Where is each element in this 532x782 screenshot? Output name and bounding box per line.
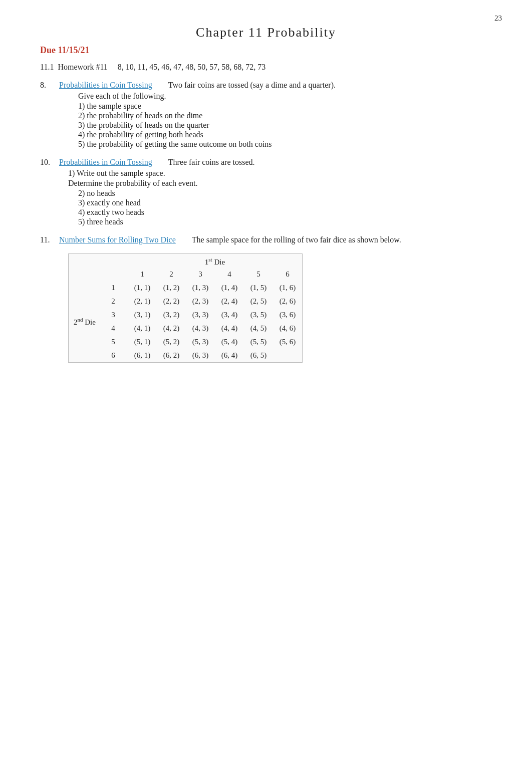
row5-cell4: (5, 4): [215, 335, 244, 349]
row6-num: 6: [99, 349, 128, 362]
row4-cell4: (4, 4): [215, 322, 244, 335]
homework-numbers: 8, 10, 11, 45, 46, 47, 48, 50, 57, 58, 6…: [118, 63, 265, 72]
problem-8-item-5: 5) the probability of getting the same o…: [78, 140, 492, 149]
second-die-label: 2nd Die: [74, 318, 96, 326]
dice-row-2: 2 (2, 1) (2, 2) (2, 3) (2, 4) (2, 5) (2,…: [69, 295, 302, 308]
homework-section: 11.1: [40, 63, 54, 72]
col-header-6: 6: [273, 268, 302, 281]
problem-8-link[interactable]: Probabilities in Coin Tossing: [59, 81, 152, 90]
row5-cell6: (5, 6): [273, 335, 302, 349]
problem-10-list: 2) no heads 3) exactly one head 4) exact…: [78, 189, 492, 226]
problem-11: 11. Number Sums for Rolling Two Dice The…: [40, 235, 492, 365]
row1-cell3: (1, 3): [186, 281, 215, 295]
problem-8-item-4: 4) the probability of getting both heads: [78, 130, 492, 139]
row5-cell1: (5, 1): [128, 335, 157, 349]
col-header-2: 2: [157, 268, 186, 281]
problem-8-num: 8.: [40, 81, 59, 90]
problem-8-desc: Two fair coins are tossed (say a dime an…: [168, 81, 336, 90]
dice-row-5: 5 (5, 1) (5, 2) (5, 3) (5, 4) (5, 5) (5,…: [69, 335, 302, 349]
row5-cell3: (5, 3): [186, 335, 215, 349]
row4-cell2: (4, 2): [157, 322, 186, 335]
chapter-title: Chapter 11 Probability: [40, 25, 492, 40]
row6-cell1: (6, 1): [128, 349, 157, 362]
row5-cell5: (5, 5): [244, 335, 273, 349]
row4-cell6: (4, 6): [273, 322, 302, 335]
col-header-5: 5: [244, 268, 273, 281]
dice-row-3: 3 (3, 1) (3, 2) (3, 3) (3, 4) (3, 5) (3,…: [69, 308, 302, 322]
problem-11-link[interactable]: Number Sums for Rolling Two Dice: [59, 235, 176, 244]
problem-10-subtext1: 1) Write out the sample space.: [68, 169, 492, 178]
row1-num: 1: [99, 281, 128, 295]
problem-11-num: 11.: [40, 235, 59, 244]
row2-cell1: (2, 1): [128, 295, 157, 308]
row3-cell3: (3, 3): [186, 308, 215, 322]
row1-cell5: (1, 5): [244, 281, 273, 295]
dice-table-wrapper: 1st Die 1 2 3 4 5 6 2nd Die: [68, 253, 303, 363]
problem-8-item-1: 1) the sample space: [78, 102, 492, 111]
row4-num: 4: [99, 322, 128, 335]
problem-10-subtext2: Determine the probability of each event.: [68, 179, 492, 188]
row1-cell4: (1, 4): [215, 281, 244, 295]
problem-8-item-3: 3) the probability of heads on the quart…: [78, 121, 492, 130]
problem-10-item-4: 5) three heads: [78, 217, 492, 226]
row4-cell3: (4, 3): [186, 322, 215, 335]
homework-line: 11.1 Homework #11 8, 10, 11, 45, 46, 47,…: [40, 63, 492, 72]
row3-num: 3: [99, 308, 128, 322]
row3-cell2: (3, 2): [157, 308, 186, 322]
row5-num: 5: [99, 335, 128, 349]
problem-8-list: 1) the sample space 2) the probability o…: [78, 102, 492, 149]
col-header-4: 4: [215, 268, 244, 281]
row3-cell6: (3, 6): [273, 308, 302, 322]
first-die-header-row: 1st Die: [69, 254, 302, 268]
col-header-3: 3: [186, 268, 215, 281]
first-die-label: 1st Die: [205, 258, 225, 266]
row6-cell6: [273, 349, 302, 362]
row6-cell3: (6, 3): [186, 349, 215, 362]
dice-row-1: 2nd Die 1 (1, 1) (1, 2) (1, 3) (1, 4) (1…: [69, 281, 302, 295]
row3-cell1: (3, 1): [128, 308, 157, 322]
row2-cell2: (2, 2): [157, 295, 186, 308]
dice-table: 1st Die 1 2 3 4 5 6 2nd Die: [69, 254, 302, 362]
row2-cell4: (2, 4): [215, 295, 244, 308]
row1-cell6: (1, 6): [273, 281, 302, 295]
row6-cell4: (6, 4): [215, 349, 244, 362]
row2-cell6: (2, 6): [273, 295, 302, 308]
col-header-1: 1: [128, 268, 157, 281]
row4-cell1: (4, 1): [128, 322, 157, 335]
problem-10: 10. Probabilities in Coin Tossing Three …: [40, 158, 492, 226]
due-date: Due 11/15/21: [40, 45, 492, 56]
problem-8-desc2: Give each of the following.: [78, 92, 492, 101]
row6-cell2: (6, 2): [157, 349, 186, 362]
col-header-row: 1 2 3 4 5 6: [69, 268, 302, 281]
row3-cell4: (3, 4): [215, 308, 244, 322]
row4-cell5: (4, 5): [244, 322, 273, 335]
problem-10-desc: Three fair coins are tossed.: [168, 158, 255, 167]
problem-11-desc: The sample space for the rolling of two …: [192, 235, 401, 244]
problem-10-item-1: 2) no heads: [78, 189, 492, 198]
dice-row-6: 6 (6, 1) (6, 2) (6, 3) (6, 4) (6, 5): [69, 349, 302, 362]
homework-label: Homework #11: [58, 63, 107, 72]
row2-cell5: (2, 5): [244, 295, 273, 308]
problem-10-num: 10.: [40, 158, 59, 167]
page-number: 23: [494, 14, 502, 23]
row2-num: 2: [99, 295, 128, 308]
problem-8-item-2: 2) the probability of heads on the dime: [78, 111, 492, 120]
row5-cell2: (5, 2): [157, 335, 186, 349]
problem-10-item-3: 4) exactly two heads: [78, 208, 492, 217]
row3-cell5: (3, 5): [244, 308, 273, 322]
problem-8: 8. Probabilities in Coin Tossing Two fai…: [40, 81, 492, 149]
problem-10-link[interactable]: Probabilities in Coin Tossing: [59, 158, 152, 167]
dice-row-4: 4 (4, 1) (4, 2) (4, 3) (4, 4) (4, 5) (4,…: [69, 322, 302, 335]
row1-cell2: (1, 2): [157, 281, 186, 295]
row6-cell5: (6, 5): [244, 349, 273, 362]
row2-cell3: (2, 3): [186, 295, 215, 308]
col-header-blank: [99, 268, 128, 281]
problem-10-item-2: 3) exactly one head: [78, 198, 492, 207]
row1-cell1: (1, 1): [128, 281, 157, 295]
